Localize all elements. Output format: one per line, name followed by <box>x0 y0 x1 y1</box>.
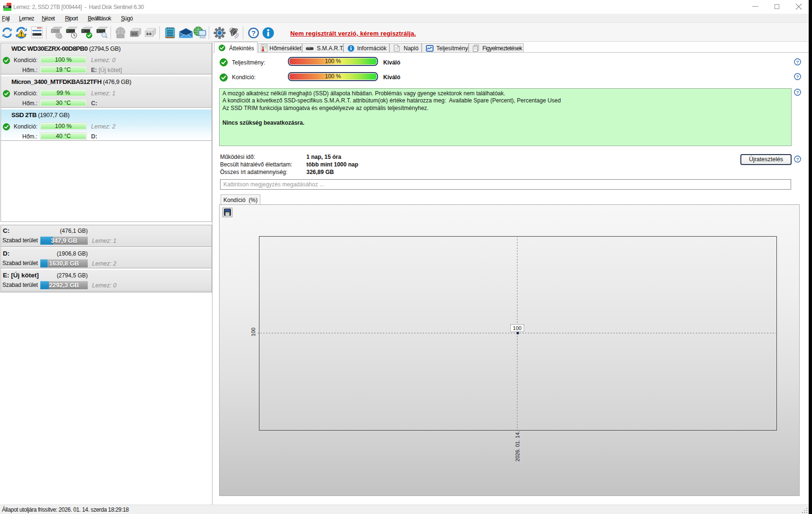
svg-text:?: ? <box>796 90 799 95</box>
svg-text:?: ? <box>251 29 256 37</box>
svg-text:?: ? <box>796 59 799 64</box>
svg-text:?: ? <box>796 156 799 162</box>
svg-text:?: ? <box>796 74 799 79</box>
